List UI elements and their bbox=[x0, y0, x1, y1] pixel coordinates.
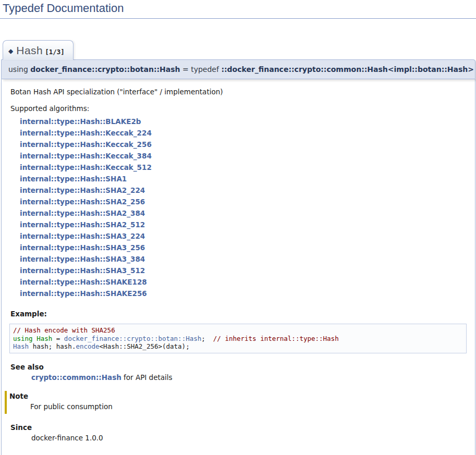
code-line: // Hash encode with SHA256 bbox=[13, 326, 463, 335]
list-item: internal::type::Hash::SHAKE256 bbox=[20, 288, 467, 299]
example-heading: Example: bbox=[10, 310, 467, 318]
list-item: internal::type::Hash::SHA2_384 bbox=[20, 207, 467, 219]
member-overload-index: [1/3] bbox=[45, 48, 65, 56]
see-also-label: See also bbox=[10, 363, 467, 371]
algorithm-link[interactable]: internal::type::Hash::Keccak_512 bbox=[20, 163, 152, 171]
algorithm-link[interactable]: internal::type::Hash::SHA3_224 bbox=[20, 232, 145, 240]
algorithm-link[interactable]: internal::type::Hash::BLAKE2b bbox=[20, 117, 141, 126]
list-item: internal::type::Hash::SHA1 bbox=[20, 173, 467, 185]
see-also-content: crypto::common::Hash for API details bbox=[31, 373, 467, 382]
list-item: internal::type::Hash::Keccak_256 bbox=[20, 139, 467, 150]
list-item: internal::type::Hash::SHA2_512 bbox=[20, 219, 467, 230]
code-text: <Hash::SHA2_256>(data); bbox=[100, 342, 190, 350]
algorithms-list: internal::type::Hash::BLAKE2b internal::… bbox=[9, 116, 467, 299]
list-item: internal::type::Hash::Keccak_512 bbox=[20, 162, 467, 173]
code-link-encode[interactable]: encode bbox=[76, 342, 99, 350]
code-text: = bbox=[52, 335, 64, 342]
member-documentation: Botan Hash API specialization ("interfac… bbox=[1, 79, 475, 455]
since-section: Since docker-finance 1.0.0 bbox=[10, 423, 467, 442]
code-line: Hash hash; hash.encode<Hash::SHA2_256>(d… bbox=[13, 342, 463, 351]
member-tab: ◆Hash[1/3] bbox=[3, 40, 74, 60]
code-link-botan-hash[interactable]: docker_finance::crypto::botan::Hash bbox=[64, 335, 201, 342]
algorithm-link[interactable]: internal::type::Hash::Keccak_224 bbox=[20, 129, 152, 137]
note-text: For public consumption bbox=[30, 402, 467, 411]
member-description: Botan Hash API specialization ("interfac… bbox=[10, 88, 467, 96]
list-item: internal::type::Hash::SHA2_256 bbox=[20, 196, 467, 207]
list-item: internal::type::Hash::Keccak_224 bbox=[20, 127, 467, 139]
since-label: Since bbox=[10, 423, 467, 432]
algorithms-label: Supported algorithms: bbox=[10, 104, 467, 113]
see-also-suffix: for API details bbox=[121, 373, 173, 382]
note-section: Note For public consumption bbox=[5, 391, 467, 414]
list-item: internal::type::Hash::SHAKE128 bbox=[20, 276, 467, 288]
algorithm-link[interactable]: internal::type::Hash::SHA3_256 bbox=[20, 243, 145, 252]
list-item: internal::type::Hash::SHA3_256 bbox=[20, 242, 467, 253]
see-also-section: See also crypto::common::Hash for API de… bbox=[10, 363, 467, 382]
algorithm-link[interactable]: internal::type::Hash::Keccak_256 bbox=[20, 140, 152, 149]
code-link-hash[interactable]: Hash bbox=[13, 342, 29, 350]
code-text: ; bbox=[201, 335, 213, 342]
declaration-type: ::docker_finance::crypto::common::Hash<i… bbox=[221, 65, 474, 73]
list-item: internal::type::Hash::SHA2_224 bbox=[20, 185, 467, 196]
since-text: docker-finance 1.0.0 bbox=[31, 434, 467, 442]
typedef-declaration: using docker_finance::crypto::botan::Has… bbox=[1, 59, 475, 79]
algorithm-link[interactable]: internal::type::Hash::SHA2_384 bbox=[20, 209, 145, 217]
algorithm-link[interactable]: internal::type::Hash::Keccak_384 bbox=[20, 152, 152, 160]
list-item: internal::type::Hash::SHA3_512 bbox=[20, 265, 467, 276]
code-keyword: using bbox=[13, 335, 33, 342]
note-label: Note bbox=[9, 392, 467, 400]
member-tab-title: Hash bbox=[16, 44, 43, 56]
declaration-name: docker_finance::crypto::botan::Hash bbox=[30, 65, 180, 73]
code-text: hash; hash. bbox=[29, 342, 76, 350]
see-also-link[interactable]: crypto::common::Hash bbox=[31, 373, 121, 382]
algorithm-link[interactable]: internal::type::Hash::SHA1 bbox=[20, 175, 127, 183]
list-item: internal::type::Hash::BLAKE2b bbox=[20, 116, 467, 127]
list-item: internal::type::Hash::Keccak_384 bbox=[20, 150, 467, 162]
algorithm-link[interactable]: internal::type::Hash::SHA2_224 bbox=[20, 186, 145, 194]
permalink-anchor-icon[interactable]: ◆ bbox=[8, 47, 13, 55]
declaration-equals: = typedef bbox=[180, 65, 222, 73]
list-item: internal::type::Hash::SHA3_384 bbox=[20, 253, 467, 265]
code-line: using Hash = docker_finance::crypto::bot… bbox=[13, 335, 463, 343]
algorithm-link[interactable]: internal::type::Hash::SHAKE128 bbox=[20, 278, 147, 286]
page-title: Typedef Documentation bbox=[0, 0, 476, 19]
algorithm-link[interactable]: internal::type::Hash::SHA3_384 bbox=[20, 255, 145, 263]
member-item: ◆Hash[1/3] using docker_finance::crypto:… bbox=[1, 40, 475, 455]
code-comment: // inherits internal::type::Hash bbox=[213, 335, 339, 342]
declaration-keyword: using bbox=[8, 65, 30, 73]
algorithm-link[interactable]: internal::type::Hash::SHA3_512 bbox=[20, 266, 145, 275]
algorithm-link[interactable]: internal::type::Hash::SHA2_256 bbox=[20, 198, 145, 206]
code-block: // Hash encode with SHA256 using Hash = … bbox=[9, 324, 467, 353]
list-item: internal::type::Hash::SHA3_224 bbox=[20, 230, 467, 242]
algorithm-link[interactable]: internal::type::Hash::SHAKE256 bbox=[20, 289, 147, 298]
code-comment: // Hash encode with SHA256 bbox=[13, 326, 115, 334]
algorithm-link[interactable]: internal::type::Hash::SHA2_512 bbox=[20, 220, 145, 229]
code-type: Hash bbox=[36, 335, 52, 342]
